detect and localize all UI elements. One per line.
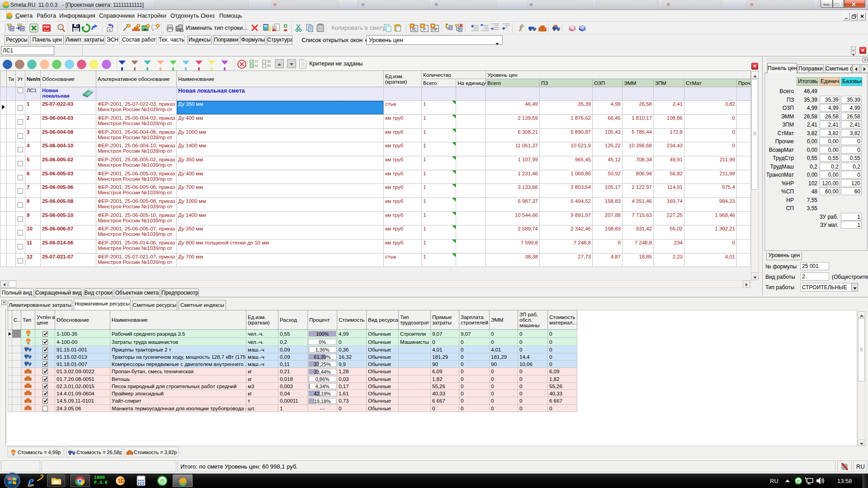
svg-text:PDF: PDF [43,25,50,28]
svg-text:ЛС: ЛС [411,27,417,32]
svg-text:@: @ [796,479,800,483]
svg-text:Р: Р [423,27,426,32]
svg-text:ПР: ПР [432,27,438,32]
svg-text:1С: 1С [118,478,124,483]
svg-text:@: @ [160,478,165,484]
